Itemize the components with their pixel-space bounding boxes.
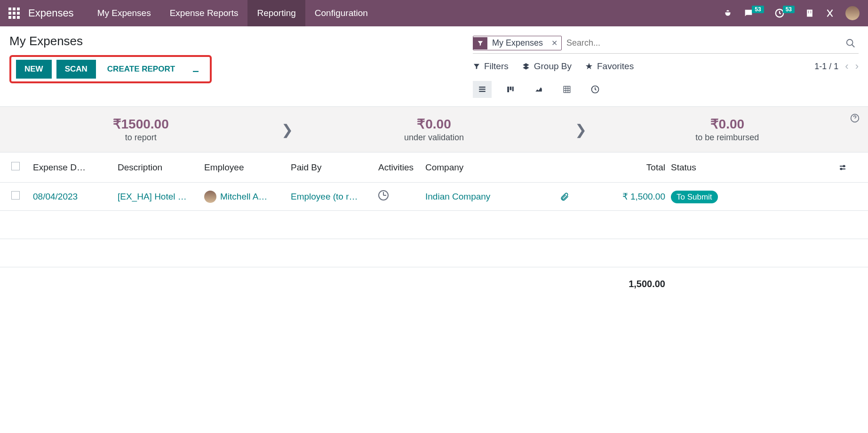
svg-rect-11 [510,87,512,90]
chat-badge: 53 [752,6,764,13]
svg-rect-12 [512,87,514,91]
nav-reporting[interactable]: Reporting [247,0,305,26]
summary-label: to report [19,133,263,143]
filters-label: Filters [484,61,509,72]
summary-amount: ₹1500.00 [19,116,263,132]
apps-menu-icon[interactable] [0,8,28,19]
attachment-icon[interactable] [560,192,590,201]
svg-rect-9 [479,91,486,92]
group-by-label: Group By [534,61,572,72]
summary-amount: ₹0.00 [312,116,556,132]
summary-label: to be reimbursed [605,133,849,143]
view-pivot[interactable] [557,81,576,98]
favorites-dropdown[interactable]: Favorites [585,61,634,72]
col-header-company[interactable]: Company [425,162,560,173]
pager-text: 1-1 / 1 [814,62,838,72]
summary-amount: ₹0.00 [605,116,849,132]
col-header-activities[interactable]: Activities [378,162,425,173]
col-header-employee[interactable]: Employee [204,162,291,173]
cell-paid-by: Employee (to r… [291,192,378,202]
col-header-status[interactable]: Status [665,162,726,173]
svg-point-6 [847,39,853,45]
col-header-paid-by[interactable]: Paid By [291,162,378,173]
chip-close-icon[interactable]: ✕ [548,39,561,48]
blank-row [0,211,868,239]
bug-icon[interactable] [723,8,733,18]
page-title: My Expenses [9,34,212,48]
chevron-right-icon: ❯ [556,121,605,138]
status-badge: To Submit [671,191,718,203]
nav-expense-reports[interactable]: Expense Reports [160,0,248,26]
cell-employee: Mitchell A… [220,192,267,202]
activity-clock-icon[interactable]: 53 [774,8,795,18]
activity-clock-icon[interactable] [378,190,389,200]
cell-total: ₹ 1,500.00 [590,191,665,202]
summary-under-validation[interactable]: ₹0.00 under validation [312,116,556,143]
svg-point-17 [841,168,842,169]
pager-prev[interactable]: ‹ [845,60,848,72]
nav-my-expenses[interactable]: My Expenses [88,0,160,26]
svg-rect-1 [807,10,812,17]
svg-rect-3 [811,11,812,12]
svg-rect-7 [479,87,486,88]
building-icon[interactable] [805,8,814,18]
search-input[interactable] [562,36,843,50]
employee-avatar [204,191,216,203]
svg-rect-2 [808,11,809,12]
view-activity[interactable] [586,81,605,98]
summary-to-report[interactable]: ₹1500.00 to report [19,116,263,143]
search-icon[interactable] [843,38,859,48]
create-report-button[interactable]: CREATE REPORT [101,60,182,79]
cell-date: 08/04/2023 [33,192,118,202]
chip-label: My Expenses [487,36,548,50]
row-checkbox[interactable] [11,191,20,200]
search-filter-chip: My Expenses ✕ [473,36,562,50]
view-kanban[interactable] [501,81,520,98]
download-icon[interactable] [186,65,205,73]
col-header-description[interactable]: Description [118,162,204,173]
svg-point-16 [844,165,845,167]
table-footer: 1,500.00 [0,267,868,301]
app-title: Expenses [28,7,88,19]
activity-badge: 53 [783,6,795,13]
user-avatar[interactable] [845,6,860,20]
table-row[interactable]: 08/04/2023 [EX_HA] Hotel … Mitchell A… E… [0,183,868,211]
svg-rect-8 [479,89,486,90]
view-graph[interactable] [529,81,548,98]
pager-next[interactable]: › [855,60,859,72]
select-all-checkbox[interactable] [11,162,20,170]
favorites-label: Favorites [597,61,634,72]
filters-dropdown[interactable]: Filters [473,61,509,72]
svg-rect-10 [507,87,509,92]
view-list[interactable] [473,81,492,98]
help-icon[interactable] [850,113,860,123]
funnel-icon [473,37,487,49]
action-button-group: NEW SCAN CREATE REPORT [9,55,212,83]
tools-icon[interactable] [825,8,835,18]
summary-label: under validation [312,133,556,143]
group-by-dropdown[interactable]: Group By [522,61,572,72]
blank-row [0,239,868,267]
scan-button[interactable]: SCAN [56,60,96,79]
cell-description: [EX_HA] Hotel … [118,192,204,202]
chat-icon[interactable]: 53 [743,8,764,18]
summary-to-be-reimbursed[interactable]: ₹0.00 to be reimbursed [605,116,849,143]
svg-rect-13 [564,86,570,93]
col-header-total[interactable]: Total [590,162,665,173]
new-button[interactable]: NEW [16,60,52,79]
nav-configuration[interactable]: Configuration [305,0,377,26]
svg-rect-5 [811,12,812,13]
column-settings-icon[interactable] [838,163,857,172]
col-header-date[interactable]: Expense D… [33,162,118,173]
chevron-right-icon: ❯ [263,121,312,138]
svg-rect-4 [808,12,809,13]
cell-company: Indian Company [425,192,560,202]
footer-total: 1,500.00 [590,279,665,289]
